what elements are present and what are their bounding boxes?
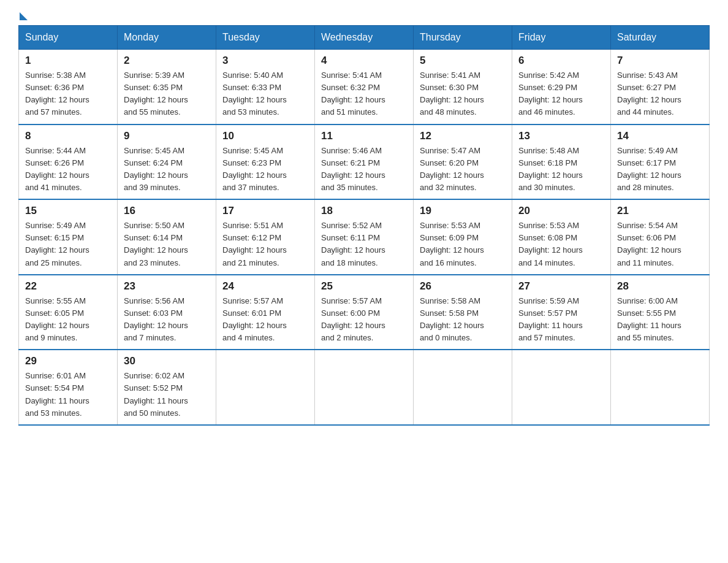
day-info: Sunrise: 5:43 AMSunset: 6:27 PMDaylight:… [617, 69, 703, 119]
day-info: Sunrise: 6:01 AMSunset: 5:54 PMDaylight:… [25, 370, 111, 419]
calendar-day-cell: 15 Sunrise: 5:49 AMSunset: 6:15 PMDaylig… [19, 199, 118, 275]
calendar-day-cell: 9 Sunrise: 5:45 AMSunset: 6:24 PMDayligh… [118, 124, 216, 200]
day-number: 19 [420, 205, 506, 217]
day-number: 28 [617, 280, 703, 293]
day-number: 25 [321, 280, 407, 293]
day-info: Sunrise: 5:44 AMSunset: 6:26 PMDaylight:… [25, 145, 111, 194]
day-number: 23 [124, 280, 210, 293]
calendar-day-cell [315, 350, 414, 425]
day-number: 22 [25, 280, 111, 293]
day-info: Sunrise: 5:53 AMSunset: 6:09 PMDaylight:… [420, 220, 506, 269]
calendar-day-cell [216, 350, 315, 425]
calendar-day-cell: 24 Sunrise: 5:57 AMSunset: 6:01 PMDaylig… [216, 275, 315, 350]
day-info: Sunrise: 5:57 AMSunset: 6:01 PMDaylight:… [222, 295, 308, 345]
day-info: Sunrise: 5:45 AMSunset: 6:24 PMDaylight:… [124, 145, 210, 194]
calendar-day-cell [414, 350, 512, 425]
day-number: 11 [321, 130, 407, 142]
calendar-day-cell: 2 Sunrise: 5:39 AMSunset: 6:35 PMDayligh… [118, 50, 216, 124]
day-info: Sunrise: 6:02 AMSunset: 5:52 PMDaylight:… [124, 370, 210, 419]
day-number: 27 [518, 280, 604, 293]
day-info: Sunrise: 5:49 AMSunset: 6:15 PMDaylight:… [25, 220, 111, 269]
day-info: Sunrise: 5:47 AMSunset: 6:20 PMDaylight:… [420, 145, 506, 194]
day-of-week-header: Wednesday [315, 26, 414, 50]
day-number: 5 [420, 55, 506, 67]
calendar-table: SundayMondayTuesdayWednesdayThursdayFrid… [18, 25, 710, 426]
day-number: 17 [222, 205, 308, 217]
calendar-day-cell: 11 Sunrise: 5:46 AMSunset: 6:21 PMDaylig… [315, 124, 414, 200]
calendar-day-cell: 1 Sunrise: 5:38 AMSunset: 6:36 PMDayligh… [19, 50, 118, 124]
calendar-week-row: 8 Sunrise: 5:44 AMSunset: 6:26 PMDayligh… [19, 124, 710, 200]
day-number: 15 [25, 205, 111, 217]
day-of-week-header: Thursday [414, 26, 512, 50]
calendar-week-row: 29 Sunrise: 6:01 AMSunset: 5:54 PMDaylig… [19, 350, 710, 425]
day-number: 18 [321, 205, 407, 217]
day-number: 30 [124, 355, 210, 367]
day-info: Sunrise: 5:41 AMSunset: 6:32 PMDaylight:… [321, 69, 407, 119]
calendar-day-cell: 14 Sunrise: 5:49 AMSunset: 6:17 PMDaylig… [611, 124, 710, 200]
day-info: Sunrise: 5:52 AMSunset: 6:11 PMDaylight:… [321, 220, 407, 269]
calendar-day-cell: 27 Sunrise: 5:59 AMSunset: 5:57 PMDaylig… [512, 275, 611, 350]
calendar-day-cell: 22 Sunrise: 5:55 AMSunset: 6:05 PMDaylig… [19, 275, 118, 350]
calendar-day-cell: 17 Sunrise: 5:51 AMSunset: 6:12 PMDaylig… [216, 199, 315, 275]
day-info: Sunrise: 5:46 AMSunset: 6:21 PMDaylight:… [321, 145, 407, 194]
day-number: 20 [518, 205, 604, 217]
day-number: 8 [25, 130, 111, 142]
day-info: Sunrise: 5:54 AMSunset: 6:06 PMDaylight:… [617, 220, 703, 269]
day-of-week-header: Tuesday [216, 26, 315, 50]
day-number: 16 [124, 205, 210, 217]
day-of-week-header: Monday [118, 26, 216, 50]
calendar-day-cell: 8 Sunrise: 5:44 AMSunset: 6:26 PMDayligh… [19, 124, 118, 200]
day-of-week-header: Saturday [611, 26, 710, 50]
day-info: Sunrise: 5:50 AMSunset: 6:14 PMDaylight:… [124, 220, 210, 269]
calendar-day-cell: 6 Sunrise: 5:42 AMSunset: 6:29 PMDayligh… [512, 50, 611, 124]
calendar-day-cell: 7 Sunrise: 5:43 AMSunset: 6:27 PMDayligh… [611, 50, 710, 124]
day-info: Sunrise: 5:58 AMSunset: 5:58 PMDaylight:… [420, 295, 506, 345]
day-number: 7 [617, 55, 703, 67]
day-number: 2 [124, 55, 210, 67]
page-header [18, 12, 710, 19]
calendar-day-cell [611, 350, 710, 425]
day-info: Sunrise: 5:53 AMSunset: 6:08 PMDaylight:… [518, 220, 604, 269]
day-info: Sunrise: 5:59 AMSunset: 5:57 PMDaylight:… [518, 295, 604, 345]
calendar-day-cell: 3 Sunrise: 5:40 AMSunset: 6:33 PMDayligh… [216, 50, 315, 124]
day-info: Sunrise: 5:48 AMSunset: 6:18 PMDaylight:… [518, 145, 604, 194]
day-info: Sunrise: 5:56 AMSunset: 6:03 PMDaylight:… [124, 295, 210, 345]
day-number: 13 [518, 130, 604, 142]
calendar-day-cell: 26 Sunrise: 5:58 AMSunset: 5:58 PMDaylig… [414, 275, 512, 350]
calendar-day-cell: 16 Sunrise: 5:50 AMSunset: 6:14 PMDaylig… [118, 199, 216, 275]
day-info: Sunrise: 5:57 AMSunset: 6:00 PMDaylight:… [321, 295, 407, 345]
calendar-day-cell: 13 Sunrise: 5:48 AMSunset: 6:18 PMDaylig… [512, 124, 611, 200]
calendar-day-cell: 29 Sunrise: 6:01 AMSunset: 5:54 PMDaylig… [19, 350, 118, 425]
day-info: Sunrise: 5:45 AMSunset: 6:23 PMDaylight:… [222, 145, 308, 194]
day-number: 12 [420, 130, 506, 142]
calendar-day-cell: 10 Sunrise: 5:45 AMSunset: 6:23 PMDaylig… [216, 124, 315, 200]
day-info: Sunrise: 6:00 AMSunset: 5:55 PMDaylight:… [617, 295, 703, 345]
day-number: 3 [222, 55, 308, 67]
logo [18, 12, 28, 19]
day-of-week-header: Sunday [19, 26, 118, 50]
calendar-week-row: 1 Sunrise: 5:38 AMSunset: 6:36 PMDayligh… [19, 50, 710, 124]
calendar-day-cell: 23 Sunrise: 5:56 AMSunset: 6:03 PMDaylig… [118, 275, 216, 350]
day-info: Sunrise: 5:41 AMSunset: 6:30 PMDaylight:… [420, 69, 506, 119]
calendar-day-cell: 5 Sunrise: 5:41 AMSunset: 6:30 PMDayligh… [414, 50, 512, 124]
day-number: 21 [617, 205, 703, 217]
calendar-day-cell: 28 Sunrise: 6:00 AMSunset: 5:55 PMDaylig… [611, 275, 710, 350]
day-number: 6 [518, 55, 604, 67]
calendar-day-cell: 30 Sunrise: 6:02 AMSunset: 5:52 PMDaylig… [118, 350, 216, 425]
day-of-week-header: Friday [512, 26, 611, 50]
calendar-day-cell: 25 Sunrise: 5:57 AMSunset: 6:00 PMDaylig… [315, 275, 414, 350]
day-info: Sunrise: 5:38 AMSunset: 6:36 PMDaylight:… [25, 69, 111, 119]
day-info: Sunrise: 5:55 AMSunset: 6:05 PMDaylight:… [25, 295, 111, 345]
calendar-week-row: 15 Sunrise: 5:49 AMSunset: 6:15 PMDaylig… [19, 199, 710, 275]
calendar-day-cell: 21 Sunrise: 5:54 AMSunset: 6:06 PMDaylig… [611, 199, 710, 275]
day-number: 14 [617, 130, 703, 142]
day-number: 10 [222, 130, 308, 142]
calendar-day-cell: 4 Sunrise: 5:41 AMSunset: 6:32 PMDayligh… [315, 50, 414, 124]
day-number: 9 [124, 130, 210, 142]
calendar-day-cell: 19 Sunrise: 5:53 AMSunset: 6:09 PMDaylig… [414, 199, 512, 275]
calendar-day-cell [512, 350, 611, 425]
day-info: Sunrise: 5:42 AMSunset: 6:29 PMDaylight:… [518, 69, 604, 119]
calendar-day-cell: 12 Sunrise: 5:47 AMSunset: 6:20 PMDaylig… [414, 124, 512, 200]
day-info: Sunrise: 5:49 AMSunset: 6:17 PMDaylight:… [617, 145, 703, 194]
day-number: 1 [25, 55, 111, 67]
